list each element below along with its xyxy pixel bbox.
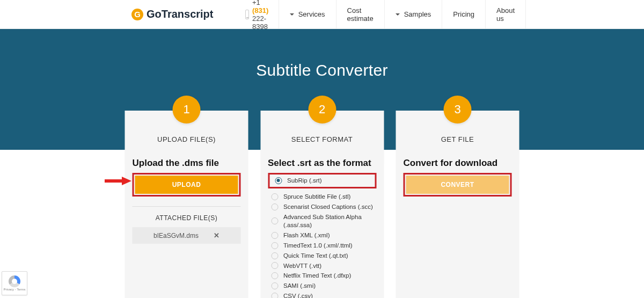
format-option[interactable]: Spruce Subtitle File (.stl) (268, 192, 376, 202)
nav-item-samples[interactable]: Samples (384, 0, 442, 28)
phone-accent: (831) (252, 6, 268, 14)
radio-icon (271, 193, 278, 200)
format-label: SAMI (.smi) (283, 282, 316, 290)
phone-prefix: +1 (252, 0, 260, 6)
format-options-list: SubRip (.srt)Spruce Subtitle File (.stl)… (268, 173, 376, 298)
format-label: SubRip (.srt) (287, 177, 322, 185)
chevron-down-icon (396, 13, 400, 16)
format-label: WebVTT (.vtt) (283, 262, 321, 270)
panels-row: Upload the .dms file UPLOAD ATTACHED FIL… (125, 150, 519, 298)
radio-icon (271, 282, 278, 289)
step-badge: 3 (444, 96, 472, 123)
format-option[interactable]: Advanced Sub Station Alpha (.ass/.ssa) (268, 212, 376, 230)
format-selected-highlight: SubRip (.srt) (268, 173, 376, 188)
convert-heading: Convert for download (404, 158, 512, 169)
format-option[interactable]: Netflix Timed Text (.dfxp) (268, 271, 376, 281)
radio-icon (271, 262, 278, 269)
instruction-arrow (105, 177, 131, 185)
nav-item-services[interactable]: Services (279, 0, 336, 28)
page-title: Subtitle Converter (0, 29, 644, 79)
radio-icon (271, 252, 278, 259)
format-option[interactable]: Flash XML (.xml) (268, 230, 376, 241)
upload-button[interactable]: UPLOAD (135, 176, 238, 194)
logo-icon: G (131, 9, 143, 20)
step-badge: 1 (173, 96, 201, 123)
format-label: Quick Time Text (.qt.txt) (283, 252, 348, 260)
radio-icon (271, 242, 278, 249)
nav-item-about-us[interactable]: About us (485, 0, 526, 28)
format-option[interactable]: SubRip (.srt) (272, 176, 372, 186)
format-option[interactable]: SAMI (.smi) (268, 281, 376, 291)
recaptcha-text: Privacy - Terms (3, 288, 25, 291)
upload-button-highlight: UPLOAD (133, 173, 241, 197)
radio-icon (271, 217, 278, 224)
format-panel: Select .srt as the format SubRip (.srt)S… (260, 150, 384, 298)
upload-panel: Upload the .dms file UPLOAD ATTACHED FIL… (125, 150, 248, 298)
format-label: CSV (.csv) (283, 292, 313, 298)
recaptcha-icon (9, 275, 20, 287)
radio-icon (271, 232, 278, 239)
format-label: Spruce Subtitle File (.stl) (283, 193, 350, 201)
phone-icon (245, 10, 249, 19)
format-label: Flash XML (.xml) (283, 231, 330, 239)
format-option[interactable]: CSV (.csv) (268, 291, 376, 298)
brand-name: GoTranscript (147, 8, 213, 20)
nav-label: Services (298, 10, 325, 18)
chevron-down-icon (290, 13, 294, 16)
format-label: Scenarist Closed Captions (.scc) (283, 203, 373, 211)
phone-number[interactable]: +1 (831) 222-8398 (245, 0, 278, 31)
nav-item-pricing[interactable]: Pricing (442, 0, 485, 28)
format-heading: Select .srt as the format (268, 158, 376, 169)
radio-icon (271, 272, 278, 279)
convert-button-highlight: CONVERT (404, 173, 512, 197)
convert-button[interactable]: CONVERT (406, 176, 509, 194)
convert-panel: Convert for download CONVERT (396, 150, 519, 298)
remove-file-button[interactable]: ✕ (214, 231, 219, 239)
header: G GoTranscript +1 (831) 222-8398 Service… (0, 0, 644, 29)
format-option[interactable]: TimedText 1.0 (.xml/.ttml) (268, 241, 376, 251)
nav-label: Pricing (453, 10, 474, 18)
format-option[interactable]: WebVTT (.vtt) (268, 261, 376, 271)
step-badge: 2 (308, 96, 336, 123)
format-label: Netflix Timed Text (.dfxp) (283, 272, 351, 280)
step-title: UPLOAD FILE(S) (133, 135, 241, 143)
nav-label: About us (496, 6, 515, 23)
format-label: Advanced Sub Station Alpha (.ass/.ssa) (283, 213, 373, 229)
attached-file-name: bIEaSGvM.dms (153, 232, 199, 239)
attached-file-row: bIEaSGvM.dms ✕ (133, 227, 241, 244)
main-nav: ServicesCost estimateSamplesPricingAbout… (279, 0, 644, 28)
radio-icon (271, 293, 278, 298)
nav-label: Cost estimate (347, 6, 374, 23)
brand-logo[interactable]: G GoTranscript (131, 8, 213, 20)
step-title: GET FILE (404, 135, 512, 143)
phone-rest: 222-8398 (252, 14, 268, 31)
radio-icon (271, 203, 278, 210)
nav-item-cost-estimate[interactable]: Cost estimate (336, 0, 384, 28)
format-option[interactable]: Quick Time Text (.qt.txt) (268, 251, 376, 261)
recaptcha-badge[interactable]: Privacy - Terms (2, 271, 27, 295)
step-title: SELECT FORMAT (268, 135, 376, 143)
nav-label: Samples (404, 10, 431, 18)
upload-heading: Upload the .dms file (133, 158, 241, 169)
radio-icon (275, 177, 282, 184)
format-option[interactable]: Scenarist Closed Captions (.scc) (268, 202, 376, 212)
attached-files-title: ATTACHED FILE(S) (133, 206, 241, 222)
format-label: TimedText 1.0 (.xml/.ttml) (283, 242, 353, 250)
